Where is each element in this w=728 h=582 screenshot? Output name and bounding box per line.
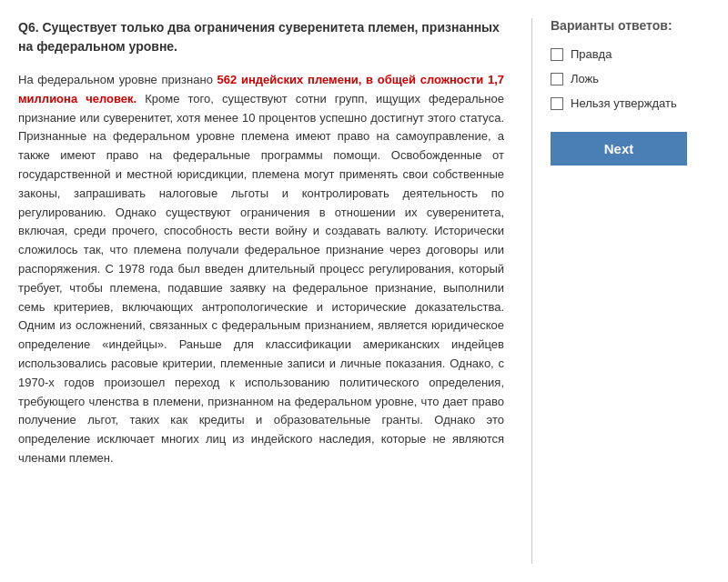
checkbox-lozh[interactable] xyxy=(551,73,563,85)
vertical-divider xyxy=(531,18,532,564)
sidebar-title: Варианты ответов: xyxy=(551,18,710,33)
option-nelzya[interactable]: Нельзя утверждать xyxy=(551,96,710,110)
sidebar: Варианты ответов: Правда Ложь Нельзя утв… xyxy=(541,18,710,564)
next-button[interactable]: Next xyxy=(551,132,687,166)
checkbox-nelzya[interactable] xyxy=(551,97,563,110)
question-title: Q6. Существует только два ограничения су… xyxy=(18,18,504,56)
checkbox-pravda[interactable] xyxy=(551,48,563,61)
option-label-nelzya: Нельзя утверждать xyxy=(571,96,677,110)
option-pravda[interactable]: Правда xyxy=(551,47,710,61)
option-label-lozh: Ложь xyxy=(571,72,599,85)
option-label-pravda: Правда xyxy=(571,47,612,61)
option-lozh[interactable]: Ложь xyxy=(551,72,710,85)
body-normal-2: Кроме того, существуют сотни групп, ищущ… xyxy=(18,92,504,465)
question-body: На федеральном уровне признано 562 индей… xyxy=(18,71,504,468)
main-content: Q6. Существует только два ограничения су… xyxy=(18,18,522,564)
options-list: Правда Ложь Нельзя утверждать xyxy=(551,47,710,110)
body-normal-1: На федеральном уровне признано xyxy=(18,73,217,86)
